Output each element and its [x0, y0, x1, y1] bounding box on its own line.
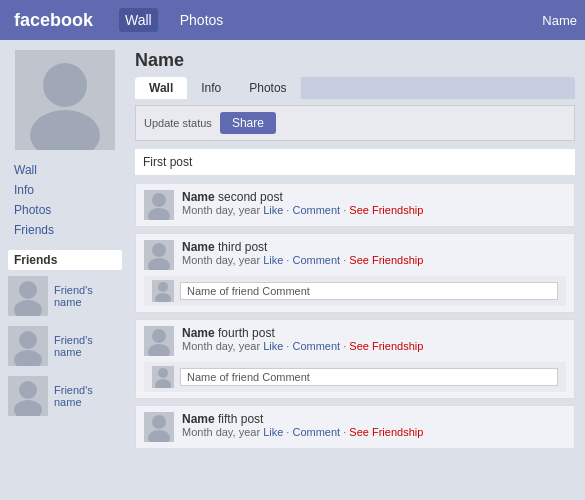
first-post-row: First post [135, 149, 575, 175]
sidebar-item-friends[interactable]: Friends [8, 220, 122, 240]
svg-point-11 [148, 258, 170, 270]
svg-point-7 [14, 400, 42, 416]
sidebar-item-wall[interactable]: Wall [8, 160, 122, 180]
post-meta-3: Month day, year Like · Comment · See Fri… [182, 340, 566, 352]
post-item-3: Name fourth post Month day, year Like · … [135, 319, 575, 399]
svg-point-15 [148, 344, 170, 356]
nav-wall[interactable]: Wall [119, 8, 158, 32]
post-body-3: Name fourth post Month day, year Like · … [182, 326, 566, 352]
comment-placeholder-3: Name of friend Comment [187, 371, 310, 383]
post-like-2[interactable]: Like [263, 254, 283, 266]
profile-avatar-large [15, 50, 115, 150]
post-body-4: Name fifth post Month day, year Like · C… [182, 412, 566, 438]
post-comment-3[interactable]: Comment [292, 340, 340, 352]
post-like-3[interactable]: Like [263, 340, 283, 352]
post-friendship-3[interactable]: See Friendship [349, 340, 423, 352]
post-comment-1[interactable]: Comment [292, 204, 340, 216]
post-name-2: Name [182, 240, 215, 254]
svg-point-10 [152, 243, 166, 257]
svg-point-1 [30, 110, 100, 150]
post-body-1: Name second post Month day, year Like · … [182, 190, 566, 216]
friend-avatar-3 [8, 376, 48, 416]
friend-name-2[interactable]: Friend's name [54, 334, 122, 358]
share-button[interactable]: Share [220, 112, 276, 134]
main-content: Name Wall Info Photos Update status Shar… [130, 40, 585, 500]
post-date-2: Month day, year [182, 254, 260, 266]
post-comment-4[interactable]: Comment [292, 426, 340, 438]
svg-point-5 [14, 350, 42, 366]
svg-point-3 [14, 300, 42, 316]
sidebar-item-info[interactable]: Info [8, 180, 122, 200]
post-date-1: Month day, year [182, 204, 260, 216]
comment-row-2: Name of friend Comment [144, 276, 566, 306]
post-name-4: Name [182, 412, 215, 426]
friend-avatar-1 [8, 276, 48, 316]
status-box: Update status Share [135, 105, 575, 141]
friends-label: Friends [8, 250, 122, 270]
post-comment-2[interactable]: Comment [292, 254, 340, 266]
friend-item-3: Friend's name [8, 376, 122, 416]
post-date-3: Month day, year [182, 340, 260, 352]
tab-wall[interactable]: Wall [135, 77, 187, 99]
post-content-3: fourth post [218, 326, 275, 340]
post-content-2: third post [218, 240, 267, 254]
post-main-2: Name third post Month day, year Like · C… [136, 234, 574, 276]
nav-username: Name [542, 13, 577, 28]
friend-name-3[interactable]: Friend's name [54, 384, 122, 408]
post-like-4[interactable]: Like [263, 426, 283, 438]
post-like-1[interactable]: Like [263, 204, 283, 216]
post-friendship-4[interactable]: See Friendship [349, 426, 423, 438]
post-name-3: Name [182, 326, 215, 340]
post-avatar-1 [144, 190, 174, 220]
friend-item-2: Friend's name [8, 326, 122, 366]
brand-logo[interactable]: facebook [8, 10, 99, 31]
main-layout: Wall Info Photos Friends Friends Friend'… [0, 40, 585, 500]
svg-point-4 [19, 331, 37, 349]
post-date-4: Month day, year [182, 426, 260, 438]
friends-section: Friends Friend's name Friend' [8, 250, 122, 416]
friend-item-1: Friend's name [8, 276, 122, 316]
post-meta-2: Month day, year Like · Comment · See Fri… [182, 254, 566, 266]
post-avatar-2 [144, 240, 174, 270]
post-meta-1: Month day, year Like · Comment · See Fri… [182, 204, 566, 216]
sidebar-item-photos[interactable]: Photos [8, 200, 122, 220]
first-post-text: First post [143, 155, 192, 169]
profile-name: Name [135, 50, 575, 71]
svg-point-13 [155, 293, 171, 302]
post-friendship-2[interactable]: See Friendship [349, 254, 423, 266]
friend-name-1[interactable]: Friend's name [54, 284, 122, 308]
svg-point-2 [19, 281, 37, 299]
svg-point-18 [152, 415, 166, 429]
comment-avatar-2 [152, 280, 174, 302]
post-main-4: Name fifth post Month day, year Like · C… [136, 406, 574, 448]
post-item-1: Name second post Month day, year Like · … [135, 183, 575, 227]
post-body-2: Name third post Month day, year Like · C… [182, 240, 566, 266]
post-content-4: fifth post [218, 412, 263, 426]
post-content-1: second post [218, 190, 283, 204]
svg-point-16 [158, 368, 168, 378]
post-main-3: Name fourth post Month day, year Like · … [136, 320, 574, 362]
profile-tabs: Wall Info Photos [135, 77, 575, 99]
post-avatar-4 [144, 412, 174, 442]
comment-input-3[interactable]: Name of friend Comment [180, 368, 558, 386]
tab-photos[interactable]: Photos [235, 77, 300, 99]
comment-avatar-3 [152, 366, 174, 388]
sidebar-nav: Wall Info Photos Friends [8, 160, 122, 240]
nav-photos[interactable]: Photos [174, 8, 230, 32]
svg-point-9 [148, 208, 170, 220]
tab-info[interactable]: Info [187, 77, 235, 99]
comment-placeholder-2: Name of friend Comment [187, 285, 310, 297]
post-avatar-3 [144, 326, 174, 356]
post-friendship-1[interactable]: See Friendship [349, 204, 423, 216]
post-name-1: Name [182, 190, 215, 204]
svg-point-12 [158, 282, 168, 292]
friend-avatar-2 [8, 326, 48, 366]
post-main-1: Name second post Month day, year Like · … [136, 184, 574, 226]
comment-row-3: Name of friend Comment [144, 362, 566, 392]
comment-input-2[interactable]: Name of friend Comment [180, 282, 558, 300]
svg-point-6 [19, 381, 37, 399]
sidebar: Wall Info Photos Friends Friends Friend'… [0, 40, 130, 500]
svg-point-14 [152, 329, 166, 343]
svg-point-19 [148, 430, 170, 442]
post-meta-4: Month day, year Like · Comment · See Fri… [182, 426, 566, 438]
